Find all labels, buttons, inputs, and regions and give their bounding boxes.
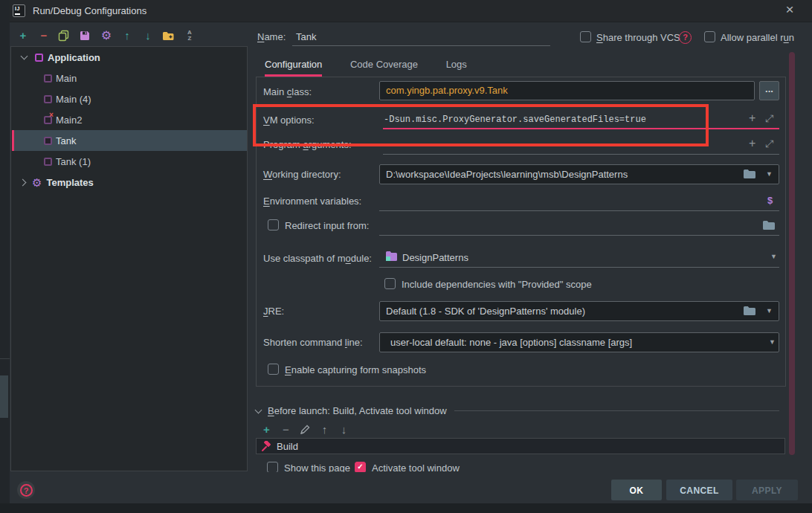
move-up-icon[interactable]: ↑ xyxy=(120,29,134,42)
redirect-input-field[interactable] xyxy=(379,235,779,236)
new-folder-icon[interactable] xyxy=(162,30,175,42)
window-title: Run/Debug Configurations xyxy=(33,5,146,16)
shorten-cmd-label: Shorten command line: xyxy=(263,337,363,348)
run-config-icon xyxy=(44,74,52,83)
tree-item-label: Main2 xyxy=(56,114,82,126)
edit-icon[interactable] xyxy=(300,425,311,435)
tree-item-main[interactable]: Main xyxy=(12,68,247,88)
name-input[interactable]: Tank xyxy=(296,31,316,42)
tree-item-templates[interactable]: ⚙ Templates xyxy=(12,172,247,193)
sort-alpha-icon[interactable]: A Z xyxy=(183,30,196,42)
classpath-module-label: Use classpath of module: xyxy=(263,253,372,264)
title-bar: IJ Run/Debug Configurations × xyxy=(10,0,812,22)
shorten-cmd-dropdown-icon[interactable]: ▼ xyxy=(769,338,776,346)
form-snapshots-checkbox[interactable] xyxy=(268,364,279,375)
help-icon[interactable]: ? xyxy=(17,481,35,499)
add-icon[interactable]: + xyxy=(261,423,272,436)
classpath-module-value[interactable]: DesignPatterns xyxy=(402,252,468,263)
vm-add-icon[interactable]: + xyxy=(749,112,755,125)
name-label: Name: xyxy=(257,31,286,42)
close-icon[interactable]: × xyxy=(781,1,799,18)
jre-folder-icon[interactable] xyxy=(743,306,756,316)
form-snapshots-label: Enable capturing form snapshots xyxy=(285,364,426,375)
browse-button[interactable]: ... xyxy=(759,81,779,100)
shorten-cmd-select[interactable]: user-local default: none - java [options… xyxy=(379,332,779,352)
working-directory-folder-icon[interactable] xyxy=(743,169,756,179)
classpath-module-underline xyxy=(379,267,779,268)
show-this-page-checkbox[interactable] xyxy=(267,462,278,472)
working-directory-dropdown-icon[interactable]: ▼ xyxy=(766,170,773,178)
templates-gear-icon: ⚙ xyxy=(32,177,42,188)
tree-item-main-4[interactable]: Main (4) xyxy=(12,88,247,109)
classpath-module-dropdown-icon[interactable]: ▼ xyxy=(770,253,777,260)
cancel-button[interactable]: CANCEL xyxy=(666,480,732,500)
error-badge-icon: × xyxy=(49,111,54,119)
include-provided-checkbox[interactable] xyxy=(384,278,396,289)
program-arguments-input[interactable] xyxy=(383,154,779,155)
tree-item-main2[interactable]: × Main2 xyxy=(12,109,247,130)
redirect-input-folder-icon[interactable] xyxy=(762,220,776,230)
tab-logs[interactable]: Logs xyxy=(446,59,467,74)
redirect-input-label: Redirect input from: xyxy=(285,220,369,231)
tree-item-application[interactable]: Application xyxy=(12,47,247,68)
remove-icon[interactable]: − xyxy=(280,423,291,436)
show-this-page-label: Show this page xyxy=(284,462,350,472)
tab-configuration[interactable]: Configuration xyxy=(265,59,322,77)
vm-expand-icon[interactable]: ⤢ xyxy=(765,112,773,125)
tree-item-label: Main (4) xyxy=(56,94,91,105)
tree-item-tank-selected[interactable]: Tank xyxy=(12,130,247,151)
ide-bottom-strip xyxy=(0,503,812,513)
program-arguments-add-icon[interactable]: + xyxy=(749,137,755,150)
move-down-icon[interactable]: ↓ xyxy=(141,29,155,42)
ide-left-strip-divider xyxy=(0,358,10,359)
application-config-icon xyxy=(35,54,43,62)
tab-code-coverage[interactable]: Code Coverage xyxy=(350,59,418,74)
run-config-icon xyxy=(44,95,52,103)
environment-variables-input[interactable] xyxy=(379,210,779,211)
tree-item-label: Tank xyxy=(56,135,76,146)
name-input-underline xyxy=(292,45,550,46)
configurations-tree: Application Main Main (4) × Main2 Tank T… xyxy=(10,46,248,471)
remove-icon[interactable]: − xyxy=(37,29,51,42)
ide-toolwindow-tab[interactable] xyxy=(0,375,8,418)
jre-input[interactable]: Default (1.8 - SDK of 'DesignPatterns' m… xyxy=(379,301,779,321)
before-launch-item-build[interactable]: Build xyxy=(256,438,785,454)
hammer-icon xyxy=(261,441,272,452)
include-provided-label: Include dependencies with "Provided" sco… xyxy=(402,279,592,290)
annotation-highlight-rectangle xyxy=(253,104,709,146)
program-arguments-expand-icon[interactable]: ⤢ xyxy=(765,138,773,150)
tree-item-label: Application xyxy=(48,52,100,63)
settings-icon[interactable]: ⚙ xyxy=(100,29,113,42)
chevron-down-icon[interactable] xyxy=(255,406,262,413)
main-class-label: Main class: xyxy=(263,86,312,97)
main-class-input[interactable]: com.yingb.pat.proxy.v9.Tank xyxy=(379,81,755,100)
add-icon[interactable]: + xyxy=(16,29,30,42)
ok-button[interactable]: OK xyxy=(611,480,662,500)
redirect-input-checkbox[interactable] xyxy=(268,219,279,230)
vertical-scrollbar[interactable] xyxy=(789,52,795,455)
tree-item-tank-1[interactable]: Tank (1) xyxy=(12,151,247,172)
working-directory-label: Working directory: xyxy=(263,169,341,180)
tree-item-label: Main xyxy=(56,73,77,84)
share-vcs-label: Share through VCS xyxy=(596,32,680,43)
allow-parallel-checkbox[interactable] xyxy=(704,31,715,42)
working-directory-input[interactable]: D:\workspace\IdeaProjects\learning\msb\D… xyxy=(379,164,779,184)
configurations-toolbar: + − ⚙ ↑ ↓ A Z xyxy=(16,29,196,42)
jre-dropdown-icon[interactable]: ▼ xyxy=(766,307,773,314)
share-vcs-checkbox[interactable] xyxy=(580,31,591,42)
save-icon[interactable] xyxy=(79,30,92,42)
chevron-right-icon[interactable] xyxy=(19,178,27,186)
move-up-icon[interactable]: ↑ xyxy=(319,423,330,436)
before-launch-options-row: Show this page ✓ Activate tool window xyxy=(256,462,787,472)
before-launch-rule xyxy=(454,410,779,411)
before-launch-toolbar: + − ↑ ↓ xyxy=(261,423,349,436)
copy-icon[interactable] xyxy=(58,30,71,42)
before-launch-header[interactable]: Before launch: Build, Activate tool wind… xyxy=(256,405,779,416)
environment-variables-macro-icon[interactable]: $ xyxy=(767,195,773,206)
activate-tool-window-checkbox[interactable]: ✓ xyxy=(355,462,366,472)
chevron-down-icon[interactable] xyxy=(21,53,28,60)
run-debug-configurations-dialog: IJ Run/Debug Configurations × + − ⚙ ↑ ↓ … xyxy=(0,0,812,513)
move-down-icon[interactable]: ↓ xyxy=(338,423,349,436)
vcs-help-icon[interactable]: ? xyxy=(679,31,692,44)
before-launch-item-label: Build xyxy=(277,441,298,452)
